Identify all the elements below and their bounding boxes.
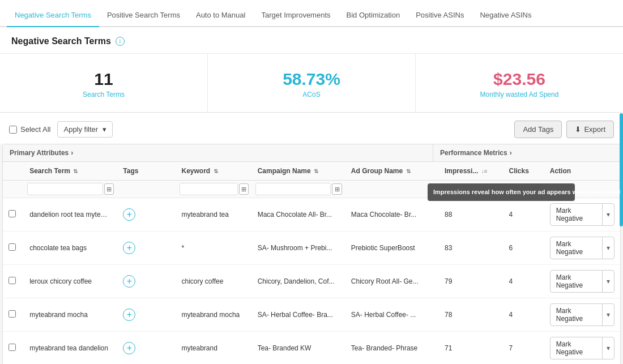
mark-negative-arrow-0[interactable]: ▾: [603, 208, 614, 221]
stat-label-acos: ACoS: [219, 91, 404, 99]
sort-keyword-icon[interactable]: ⇅: [214, 168, 218, 174]
mark-negative-arrow-4[interactable]: ▾: [603, 341, 614, 355]
mark-negative-label-0[interactable]: Mark Negative: [551, 204, 603, 225]
add-tag-button-4[interactable]: +: [123, 342, 135, 354]
performance-metrics-arrow: ›: [510, 149, 512, 157]
stat-label-wasted-spend: Monthly wasted Ad Spend: [427, 91, 612, 99]
export-button[interactable]: ⬇ Export: [566, 121, 614, 138]
select-all-checkbox[interactable]: [9, 126, 17, 134]
filter-keyword-input[interactable]: [180, 183, 238, 195]
primary-attributes-arrow: ›: [71, 149, 73, 157]
filter-check: [3, 181, 24, 198]
row-checkbox-4[interactable]: [8, 344, 16, 351]
stat-value-search-terms: 11: [11, 70, 196, 88]
th-adgroup: Ad Group Name ⇅: [345, 162, 439, 181]
row-impressions-3: 78: [439, 298, 503, 332]
add-tags-button[interactable]: Add Tags: [514, 121, 562, 138]
filter-keyword-btn[interactable]: ⊞: [239, 183, 249, 195]
toolbar-right: Add Tags ⬇ Export: [514, 121, 614, 138]
filter-keyword-cell: ⊞: [176, 181, 252, 198]
tab-bid-optimization[interactable]: Bid Optimization: [339, 4, 408, 27]
select-all-checkbox-wrap[interactable]: Select All: [9, 125, 50, 134]
export-label: Export: [584, 125, 605, 134]
mark-negative-btn-2[interactable]: Mark Negative ▾: [550, 270, 615, 293]
add-tag-button-1[interactable]: +: [123, 242, 135, 254]
tab-positive-search-terms[interactable]: Positive Search Terms: [99, 4, 188, 27]
row-adgroup-0: Maca Chocolate- Br...: [345, 198, 439, 232]
filter-clicks-cell: [503, 181, 544, 198]
filter-row: ⊞ ⊞ ⊞: [3, 181, 620, 198]
row-keyword-1: *: [176, 232, 252, 265]
mark-negative-btn-4[interactable]: Mark Negative ▾: [550, 337, 615, 359]
mark-negative-label-1[interactable]: Mark Negative: [551, 237, 603, 259]
mark-negative-label-3[interactable]: Mark Negative: [551, 304, 603, 326]
filter-search-term-input[interactable]: [27, 183, 103, 195]
row-search-term-3: myteabrand mocha: [24, 298, 117, 332]
scrollbar[interactable]: [620, 113, 623, 226]
th-tags: Tags: [117, 162, 176, 181]
row-adgroup-2: Chicory Root All- Ge...: [345, 265, 439, 298]
row-tags-4: +: [117, 332, 176, 365]
row-adgroup-3: SA- Herbal Coffee- ...: [345, 298, 439, 332]
filter-campaign-btn[interactable]: ⊞: [332, 183, 342, 195]
page-title: Negative Search Terms: [11, 36, 111, 46]
row-campaign-3: SA- Herbal Coffee- Bra...: [252, 298, 345, 332]
tab-auto-to-manual[interactable]: Auto to Manual: [188, 4, 253, 27]
row-checkbox-0[interactable]: [8, 210, 16, 217]
th-keyword: Keyword ⇅: [176, 162, 252, 181]
table-body: dandelion root tea mytea... + myteabrand…: [3, 198, 620, 365]
add-tag-button-3[interactable]: +: [123, 309, 135, 321]
filter-chevron-icon: ▾: [103, 125, 106, 134]
row-action-4: Mark Negative ▾: [544, 332, 620, 365]
mark-negative-arrow-3[interactable]: ▾: [603, 308, 614, 322]
section-headers: Primary Attributes › Performance Metrics…: [3, 144, 620, 162]
mark-negative-arrow-2[interactable]: ▾: [603, 275, 614, 288]
row-action-0: Mark Negative ▾: [544, 198, 620, 232]
mark-negative-label-4[interactable]: Mark Negative: [551, 337, 603, 359]
filter-campaign-input[interactable]: [255, 183, 331, 195]
filter-adgroup-cell: [345, 181, 439, 198]
row-campaign-0: Maca Chocolate All- Br...: [252, 198, 345, 232]
row-keyword-4: myteabrand: [176, 332, 252, 365]
mark-negative-arrow-1[interactable]: ▾: [603, 241, 614, 255]
row-action-1: Mark Negative ▾: [544, 232, 620, 265]
table-row: leroux chicory coffee + chicory coffee C…: [3, 265, 620, 298]
row-clicks-2: 4: [503, 265, 544, 298]
row-checkbox-3[interactable]: [8, 310, 16, 318]
row-checkbox-1[interactable]: [8, 243, 16, 251]
row-check-0: [3, 198, 24, 232]
row-checkbox-2[interactable]: [8, 277, 16, 284]
sort-impressions-icon[interactable]: ↓≡: [481, 168, 488, 174]
tab-negative-asins[interactable]: Negative ASINs: [472, 4, 539, 27]
apply-filter-dropdown[interactable]: Apply filter ▾: [57, 121, 113, 138]
tab-positive-asins[interactable]: Positive ASINs: [408, 4, 472, 27]
main-table: Search Term ⇅ Tags Keyword ⇅ Campaign Na…: [3, 162, 620, 364]
th-search-term: Search Term ⇅: [24, 162, 117, 181]
tab-negative-search-terms[interactable]: Negative Search Terms: [7, 4, 99, 27]
stat-wasted-spend: $23.56 Monthly wasted Ad Spend: [416, 54, 623, 112]
row-clicks-3: 4: [503, 298, 544, 332]
mark-negative-btn-0[interactable]: Mark Negative ▾: [550, 203, 615, 226]
toolbar-left: Select All Apply filter ▾: [9, 121, 113, 138]
th-campaign: Campaign Name ⇅: [252, 162, 345, 181]
info-icon[interactable]: i: [116, 37, 125, 46]
sort-search-term-icon[interactable]: ⇅: [73, 168, 78, 174]
mark-negative-btn-1[interactable]: Mark Negative ▾: [550, 237, 615, 259]
add-tag-button-0[interactable]: +: [123, 208, 135, 221]
primary-attributes-label: Primary Attributes: [10, 149, 69, 157]
table-header-row: Search Term ⇅ Tags Keyword ⇅ Campaign Na…: [3, 162, 620, 181]
mark-negative-btn-3[interactable]: Mark Negative ▾: [550, 303, 615, 326]
sort-campaign-icon[interactable]: ⇅: [314, 168, 318, 174]
performance-metrics-label: Performance Metrics: [440, 149, 507, 157]
add-tag-button-2[interactable]: +: [123, 275, 135, 288]
toolbar: Select All Apply filter ▾ Add Tags ⬇ Exp…: [0, 113, 623, 144]
mark-negative-label-2[interactable]: Mark Negative: [551, 271, 603, 292]
th-clicks: Clicks: [503, 162, 544, 181]
tab-target-improvements[interactable]: Target Improvements: [253, 4, 338, 27]
filter-search-term-btn[interactable]: ⊞: [104, 183, 114, 195]
th-check: [3, 162, 24, 181]
row-search-term-2: leroux chicory coffee: [24, 265, 117, 298]
row-clicks-0: 4: [503, 198, 544, 232]
row-action-2: Mark Negative ▾: [544, 265, 620, 298]
sort-adgroup-icon[interactable]: ⇅: [406, 168, 411, 174]
